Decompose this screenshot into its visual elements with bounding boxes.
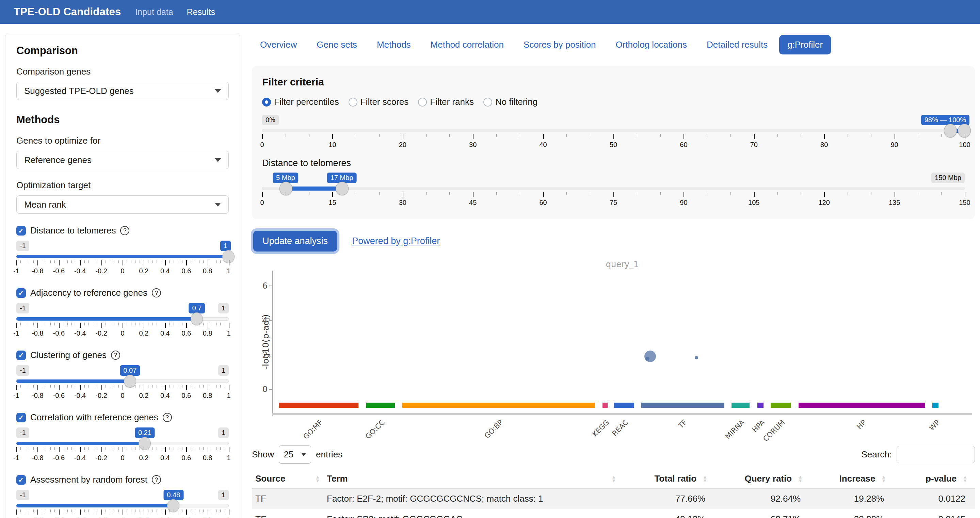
- tick-mark: [144, 385, 144, 390]
- tick-mark-minor: [660, 192, 661, 195]
- column-header-increase[interactable]: Increase▲▼: [810, 469, 894, 489]
- table-row[interactable]: TFFactor: E2F-2; motif: GCGCGCGCNCS; mat…: [252, 489, 975, 509]
- tab-scores-by-position[interactable]: Scores by position: [515, 35, 604, 54]
- slider-track[interactable]: [16, 317, 229, 321]
- tick-mark-minor: [72, 385, 72, 388]
- column-header-total-ratio[interactable]: Total ratio▲▼: [619, 469, 715, 489]
- tab-methods[interactable]: Methods: [369, 35, 419, 54]
- tick-mark-minor: [169, 510, 170, 512]
- tick-label: 1: [227, 454, 231, 462]
- search-input[interactable]: [897, 446, 975, 463]
- tick-mark-minor: [178, 385, 178, 388]
- results-table: Source▲▼Term▲▼Total ratio▲▼Query ratio▲▼…: [252, 469, 975, 518]
- nav-link-results[interactable]: Results: [187, 7, 215, 17]
- tick-mark-minor: [54, 510, 55, 512]
- y-tick-mark: [269, 286, 272, 286]
- tick-mark-minor: [25, 510, 25, 512]
- tab-ortholog-locations[interactable]: Ortholog locations: [607, 35, 695, 54]
- slider-value-badge: 1: [220, 241, 231, 251]
- tick-mark: [473, 192, 474, 197]
- table-row[interactable]: TFFactor: SP2; motif: GGGCGGGAC49.12%68.…: [252, 509, 975, 518]
- data-point-2[interactable]: [645, 357, 649, 361]
- tick-mark-minor: [114, 385, 115, 388]
- tick-label: 105: [748, 199, 759, 207]
- tick-mark: [208, 385, 208, 390]
- column-header-p-value[interactable]: p-value▲▼: [894, 469, 975, 489]
- method-slider: -10.481-1-0.8-0.6-0.4-0.200.20.40.60.81: [16, 489, 229, 518]
- tick-mark: [16, 261, 17, 265]
- checkbox-checked-icon[interactable]: ✓: [16, 226, 26, 235]
- data-point-3[interactable]: [695, 356, 698, 359]
- tick-label: -0.2: [95, 392, 107, 400]
- powered-by-gprofiler-link[interactable]: Powered by g:Profiler: [352, 236, 440, 246]
- sidebar: Comparison Comparison genes Suggested TP…: [5, 33, 240, 518]
- slider-track[interactable]: [16, 442, 229, 445]
- y-tick-label: 0: [252, 385, 267, 394]
- slider-track[interactable]: [16, 504, 229, 507]
- tick-mark-minor: [848, 192, 848, 195]
- slider-badges: -10.071: [16, 364, 229, 380]
- column-header-query-ratio[interactable]: Query ratio▲▼: [715, 469, 810, 489]
- x-category-label-corum: CORUM: [762, 418, 787, 443]
- help-icon[interactable]: ?: [152, 288, 161, 297]
- tick-mark-minor: [72, 323, 72, 326]
- radio-no-filtering[interactable]: No filtering: [484, 97, 538, 107]
- help-icon[interactable]: ?: [120, 226, 129, 235]
- target-select[interactable]: Mean rank: [16, 195, 229, 214]
- tick-mark-minor: [110, 385, 110, 388]
- tab-method-correlation[interactable]: Method correlation: [422, 35, 512, 54]
- comparison-genes-select[interactable]: Suggested TPE-OLD genes: [16, 82, 229, 100]
- percentile-track[interactable]: [262, 129, 965, 132]
- tick-mark-minor: [42, 510, 42, 512]
- tick-mark-minor: [148, 261, 148, 263]
- tick-mark: [684, 192, 684, 197]
- help-icon[interactable]: ?: [152, 475, 161, 484]
- tick-label: -0.8: [32, 329, 43, 337]
- tick-mark: [16, 323, 17, 328]
- help-icon[interactable]: ?: [111, 351, 120, 360]
- slider-max-badge: 1: [218, 490, 229, 500]
- help-icon[interactable]: ?: [163, 413, 172, 422]
- radio-filter-ranks[interactable]: Filter ranks: [418, 97, 474, 107]
- tick-mark: [165, 323, 166, 328]
- checkbox-checked-icon[interactable]: ✓: [16, 475, 26, 485]
- column-header-term[interactable]: Term▲▼: [323, 469, 619, 489]
- nav-link-input-data[interactable]: Input data: [135, 7, 173, 17]
- chevron-down-icon: [215, 89, 221, 93]
- tick-mark-minor: [161, 385, 161, 388]
- tick-mark-minor: [67, 323, 68, 326]
- tick-mark-minor: [29, 447, 29, 450]
- tick-mark-minor: [520, 192, 520, 195]
- tab-detailed-results[interactable]: Detailed results: [698, 35, 776, 54]
- tick-mark: [80, 261, 81, 265]
- tick-mark: [613, 192, 614, 197]
- tab-g-profiler[interactable]: g:Profiler: [779, 35, 831, 54]
- optimize-label: Genes to optimize for: [16, 135, 229, 146]
- slider-track[interactable]: [16, 255, 229, 258]
- tick-mark-minor: [135, 385, 135, 388]
- tick-label: 0.2: [139, 516, 148, 518]
- checkbox-checked-icon[interactable]: ✓: [16, 288, 26, 298]
- update-analysis-button[interactable]: Update analysis: [253, 231, 337, 251]
- tick-mark-minor: [50, 447, 51, 450]
- slider-ticks: [16, 447, 229, 453]
- column-header-source[interactable]: Source▲▼: [252, 469, 323, 489]
- tick-mark-minor: [25, 261, 25, 263]
- telomere-track[interactable]: [262, 187, 965, 190]
- tick-mark-minor: [25, 385, 25, 388]
- radio-filter-scores[interactable]: Filter scores: [348, 97, 409, 107]
- method-slider: -11-1-0.8-0.6-0.4-0.200.20.40.60.81: [16, 240, 229, 276]
- tick-mark-minor: [84, 385, 85, 388]
- method-slider-adjacency-to-reference-genes: ✓Adjacency to reference genes?-10.71-1-0…: [16, 288, 229, 338]
- checkbox-checked-icon[interactable]: ✓: [16, 351, 26, 360]
- tick-mark-minor: [778, 134, 778, 137]
- checkbox-checked-icon[interactable]: ✓: [16, 413, 26, 423]
- radio-filter-percentiles[interactable]: Filter percentiles: [262, 97, 339, 107]
- page-size-select[interactable]: 25: [279, 445, 311, 464]
- optimize-select[interactable]: Reference genes: [16, 151, 229, 169]
- slider-track[interactable]: [16, 380, 229, 383]
- tab-overview[interactable]: Overview: [252, 35, 305, 54]
- slider-fill: [16, 317, 197, 321]
- tab-gene-sets[interactable]: Gene sets: [309, 35, 365, 54]
- slider-value-badge: 0.48: [163, 490, 183, 500]
